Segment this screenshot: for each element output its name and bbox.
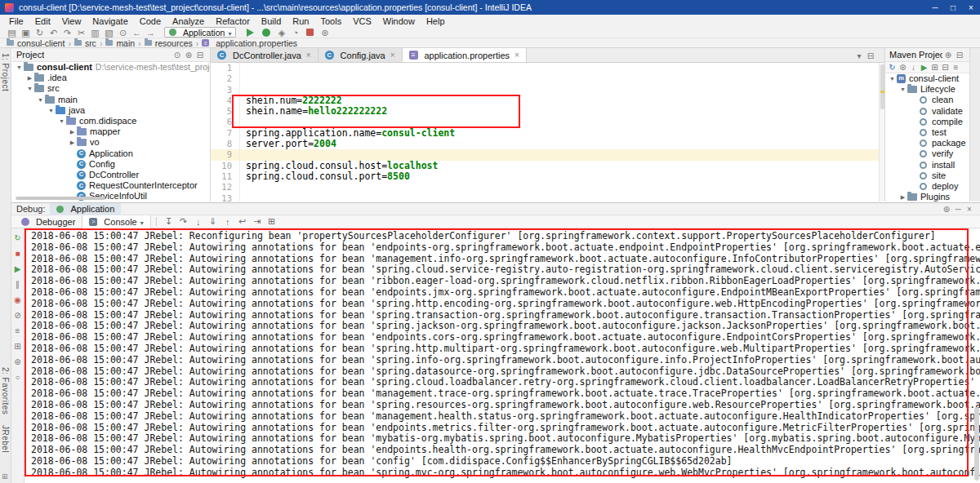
chevron-right-icon[interactable]: ▶ [898,192,907,202]
maximize-button[interactable]: □ [944,3,962,12]
project-item-src[interactable]: ▼src [12,83,210,94]
tabs-list-icon[interactable]: ▾ [853,51,865,60]
run-button[interactable] [247,29,254,37]
menu-item-analyze[interactable]: Analyze [167,16,210,26]
cut-icon[interactable]: ✂ [74,27,88,38]
maven-item-verify[interactable]: verify [885,148,969,159]
stop-icon[interactable]: ■ [13,249,23,259]
close-tab-icon[interactable]: × [390,51,395,60]
project-item-consul-client[interactable]: ▼consul-client D:\service-mesh-test\test… [12,62,210,73]
debug-session-tab[interactable]: Application [50,203,121,215]
evaluate-expression-icon[interactable]: ⊞ [265,216,279,227]
tab-debugger[interactable]: Debugger [15,215,82,228]
maven-item-deploy[interactable]: deploy [885,181,969,192]
maven-item-package[interactable]: package [885,138,969,148]
view-breakpoints-icon[interactable]: ◉ [13,295,23,305]
collapse-all-icon[interactable]: ⊟ [940,63,951,72]
horizontal-scrollbar-thumb[interactable] [16,197,105,200]
project-item-idea[interactable]: ▶.idea [12,73,210,83]
chevron-down-icon[interactable]: ▼ [36,95,45,105]
chevron-down-icon[interactable]: ▼ [15,62,24,73]
step-out-icon[interactable]: ↑ [220,217,235,227]
run-maven-goal-icon[interactable]: ▶ [919,63,929,72]
menu-item-window[interactable]: Window [377,16,421,26]
close-tab-icon[interactable]: × [514,51,519,60]
stop-button[interactable] [306,29,314,36]
coverage-button[interactable]: ◈ [274,27,288,38]
settings-icon[interactable]: ⊛ [183,51,194,60]
mute-breakpoints-icon[interactable]: ⊘ [13,311,23,321]
add-maven-project-icon[interactable]: ⊕ [942,51,954,60]
chevron-down-icon[interactable]: ▼ [57,116,66,126]
project-item-requestcounterinterceptor[interactable]: RequestCounterInterceptor [12,180,210,191]
back-icon[interactable]: ← [130,27,144,38]
locate-icon[interactable]: ⊙ [172,51,183,60]
menu-item-run[interactable]: Run [287,16,314,26]
settings-icon[interactable]: ⊛ [941,205,952,214]
profiler-button[interactable]: ◔ [288,27,302,38]
search-everywhere-button[interactable]: ⊛ [318,27,332,38]
minimize-icon[interactable]: ─ [952,205,964,214]
tab-config-java[interactable]: Config.java× [318,48,403,62]
breadcrumb-item-src[interactable]: src [85,38,96,48]
sync-icon[interactable]: ↻ [33,27,47,38]
paste-icon[interactable]: ▧ [102,27,116,38]
maven-item-site[interactable]: site [885,171,969,181]
menu-item-code[interactable]: Code [134,16,167,26]
menu-item-refactor[interactable]: Refactor [210,16,256,26]
resume-icon[interactable]: ▶ [13,264,23,274]
menu-item-file[interactable]: File [3,16,29,26]
project-item-java[interactable]: ▼java [12,105,210,116]
tab-dccontroller-java[interactable]: DcController.java× [211,48,318,62]
toolwindow-switcher-icon[interactable] [2,472,8,481]
undo-icon[interactable]: ↶ [47,27,60,38]
download-sources-icon[interactable]: ↓ [908,63,919,72]
menu-item-view[interactable]: View [56,16,87,26]
debug-settings-icon[interactable]: ⊛ [13,357,23,367]
maven-item-install[interactable]: install [885,160,969,171]
close-icon[interactable]: × [964,205,975,214]
tool-stripe-button-favorites[interactable]: 2: Favorites [1,367,10,414]
maven-item-plugins[interactable]: ▶Plugins [885,192,969,202]
hide-icon[interactable]: ⊟ [954,51,965,60]
project-item-com-didispace[interactable]: ▼com.didispace [12,116,210,126]
scrollbar-thumb[interactable] [974,407,979,481]
maven-item-validate[interactable]: validate [885,106,969,117]
redo-icon[interactable]: ↷ [60,27,74,38]
chevron-right-icon[interactable]: ▶ [68,126,77,137]
thread-dump-icon[interactable]: ≡ [13,326,23,336]
project-item-application[interactable]: Application [12,148,210,159]
breadcrumb-item-consul-client[interactable]: consul-client [17,38,65,48]
rerun-icon[interactable]: ↻ [13,233,23,243]
console-scrollbar[interactable] [973,228,980,483]
restore-layout-icon[interactable]: ⊞ [13,342,23,352]
reimport-icon[interactable]: ↻ [887,63,898,72]
force-step-into-icon[interactable]: ⇓ [206,216,220,227]
project-item-dccontroller[interactable]: DcController [12,170,210,180]
breadcrumb-item-application-properties[interactable]: application.properties [216,38,297,48]
editor-scrollbar[interactable] [879,63,884,202]
chevron-down-icon[interactable]: ▼ [47,105,56,116]
tab-application-properties[interactable]: application.properties× [403,48,527,62]
minimize-button[interactable]: ─ [926,3,944,12]
breadcrumb-item-main[interactable]: main [116,38,135,48]
maven-item-clean[interactable]: clean [885,95,969,105]
maven-item-compile[interactable]: compile [885,117,969,127]
hide-tabs-icon[interactable]: ⊟ [865,51,876,60]
save-all-icon[interactable]: ▣ [19,27,33,38]
drop-frame-icon[interactable]: ↩ [235,216,250,227]
breadcrumb-item-resources[interactable]: resources [155,38,193,48]
chevron-down-icon[interactable]: ▼ [898,84,907,95]
chevron-down-icon[interactable]: ▼ [25,83,34,94]
find-icon[interactable]: ⊙ [116,27,130,38]
pin-icon[interactable]: ○ [13,373,23,383]
chevron-right-icon[interactable]: ▶ [25,73,34,83]
menu-item-vcs[interactable]: VCS [347,16,377,26]
maven-settings-icon[interactable]: ≡ [951,63,961,72]
project-item-config[interactable]: Config [12,159,210,170]
maven-item-consul-client[interactable]: ▼consul-client [885,73,969,84]
run-to-cursor-icon[interactable]: ⇥ [250,216,265,227]
project-item-vo[interactable]: ▶vo [12,137,210,148]
tool-stripe-button-project[interactable]: 1: Project [1,53,10,91]
copy-icon[interactable]: ▥ [88,27,102,38]
